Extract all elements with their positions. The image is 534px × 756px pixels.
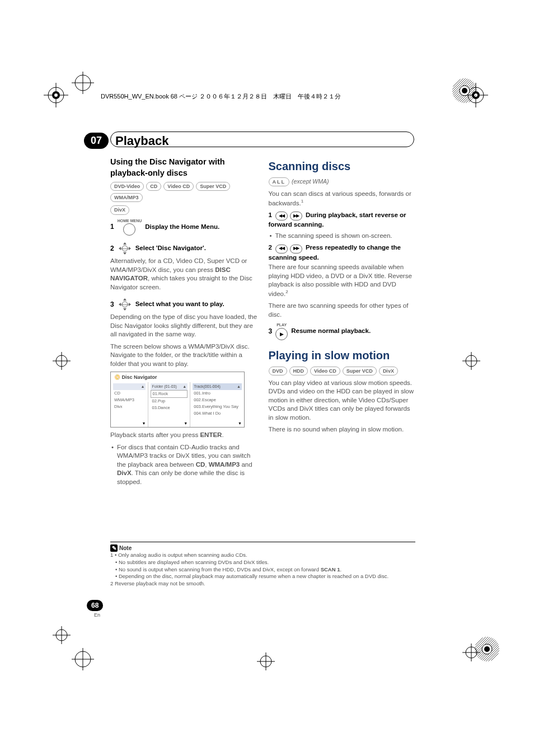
badge-wma-mp3: WMA/MP3 [110,193,143,202]
step-3-body-1: Depending on the type of disc you have l… [110,313,257,339]
step-2-body: Alternatively, for a CD, Video CD, Super… [110,257,257,292]
scan-speed-shown: The scanning speed is shown on-screen. [269,232,416,241]
discnav-c1-i1: WMA/MP3 [113,397,146,403]
except-wma: (except WMA) [292,177,329,186]
badge-divx: DivX [110,205,129,214]
step-2-num: 2 [110,244,114,253]
scan-s2-body-2: There are two scanning speeds for other … [269,302,416,319]
chapter-header: 07 Playback [84,133,168,149]
home-menu-btn: HOME MENU [118,218,142,236]
badge-cd: CD [146,182,161,191]
reg-mid-right [460,350,483,372]
reg-corner-br-pattern [470,632,504,666]
step-1-line: 1 HOME MENU Display the Home Menu. [110,218,257,236]
step-1-num: 1 [110,222,114,231]
nav-cross-icon: ENTER [118,241,132,256]
fwd-scan-icon: ▶▶ [290,212,302,220]
right-column: Scanning discs ALL (except WMA) You can … [269,157,416,487]
playback-starts: Playback starts after you press ENTER. [110,431,257,440]
discnav-title: 📀 Disc Navigator [111,372,244,382]
svg-point-36 [462,88,467,93]
discnav-c3-i0: 001.Intro [193,390,242,397]
note-line-2: • No subtitles are displayed when scanni… [110,559,415,566]
discnav-c1-i0: CD [113,390,146,397]
slow-badges: DVD HDD Video CD Super VCD DivX [269,367,416,375]
home-menu-icon [123,223,135,236]
format-badges-2: DivX [110,205,257,214]
reg-bot-left [50,624,73,646]
reg-corner-tr-pattern [448,74,481,107]
scan-s2-body: There are four scanning speeds available… [269,263,416,298]
nav-cross-icon-2: ENTER [118,297,132,312]
heading-slow-motion: Playing in slow motion [269,348,416,363]
badge-svcd: Super VCD [196,182,230,191]
scan-intro: You can scan discs at various speeds, fo… [269,190,416,208]
badge-dvd-video: DVD-Video [110,182,144,191]
badge-videocd: Video CD [163,182,194,191]
note-label: ✎ Note [110,544,132,552]
step-1-text: Display the Home Menu. [145,223,219,232]
bullet-switch-area: For discs that contain CD-Audio tracks a… [110,443,257,487]
content-columns: Using the Disc Navigator with playback-o… [110,157,415,487]
note-line-5: 2 Reverse playback may not be smooth. [110,580,415,588]
svg-text:ENTER: ENTER [121,303,129,306]
discnav-c2-i1: 02.Pop [151,398,188,405]
page: DVR550H_WV_EN.book 68 ページ ２００６年１２月２８日 木曜… [0,0,534,756]
svg-text:ENTER: ENTER [121,247,129,250]
section-title: Using the Disc Navigator with playback-o… [110,157,257,179]
page-language: En [94,612,100,618]
badge-dvd: DVD [269,367,287,375]
step-2-text: Select 'Disc Navigator'. [135,244,206,253]
note-icon: ✎ [110,544,118,552]
note-section: ✎ Note 1 • Only analog audio is output w… [110,542,415,588]
badge-videocd-2: Video CD [310,367,340,375]
step-3-text: Select what you want to play. [135,300,224,309]
slow-body-2: There is no sound when playing in slow m… [269,425,416,434]
format-badges: DVD-Video CD Video CD Super VCD WMA/MP3 [110,182,257,202]
discnav-c2-i2: 03.Dance [151,405,188,411]
discnav-c3-i3: 004.What I Do [193,410,242,417]
svg-point-33 [484,646,490,652]
svg-point-4 [54,93,58,97]
reg-bot-mid [255,650,277,673]
header-filename: DVR550H_WV_EN.book 68 ページ ２００６年１２月２８日 木曜… [101,92,341,101]
note-line-3: • No sound is output when scanning from … [110,566,415,574]
reg-corner-bl [72,648,94,670]
discnav-c1-i2: Divx [113,403,146,410]
chapter-title: Playback [115,134,168,148]
reg-corner-tl [72,72,94,94]
reg-mid-left [50,350,73,372]
page-number: 68 [87,600,103,611]
disc-navigator-screenshot: 📀 Disc Navigator ▲ CD WMA/MP3 Divx ▼ Fol… [110,372,245,428]
play-icon: ▶ [275,328,288,340]
note-line-4: • Depending on the disc, normal playback… [110,573,415,580]
fwd-scan-icon-2: ▶▶ [290,245,302,253]
badge-svcd-2: Super VCD [343,367,377,375]
chapter-num-badge: 07 [84,133,109,149]
note-line-1: 1 • Only analog audio is output when sca… [110,552,415,559]
badge-all: ALL [269,177,290,186]
discnav-c3-i1: 002.Escape [193,397,242,403]
discnav-c2-i0: 01.Rock [151,390,188,398]
badge-divx-2: DivX [379,367,398,375]
step-3-line: 3 ENTER Select what you want to play. [110,297,257,312]
slow-body-1: You can play video at various slow motio… [269,379,416,422]
scan-step-1: 1 ◀◀ ▶▶ During playback, start reverse o… [269,211,416,229]
scan-step-3: 3 PLAY ▶ Resume normal playback. [269,322,416,340]
step-3-num: 3 [110,300,114,309]
heading-scanning-discs: Scanning discs [269,159,416,174]
rev-scan-icon-2: ◀◀ [275,245,288,253]
step-3-body-2: The screen below shows a WMA/MP3/DivX di… [110,342,257,369]
step-2-line: 2 ENTER Select 'Disc Navigator'. [110,241,257,256]
reg-top-left [39,78,73,112]
badge-hdd: HDD [289,367,308,375]
left-column: Using the Disc Navigator with playback-o… [110,157,257,487]
rev-scan-icon: ◀◀ [275,212,288,220]
discnav-c3-i2: 003.Everything You Say [193,403,242,410]
play-button: PLAY ▶ [275,322,288,340]
scan-step-2: 2 ◀◀ ▶▶ Press repeatedly to change the s… [269,243,416,262]
